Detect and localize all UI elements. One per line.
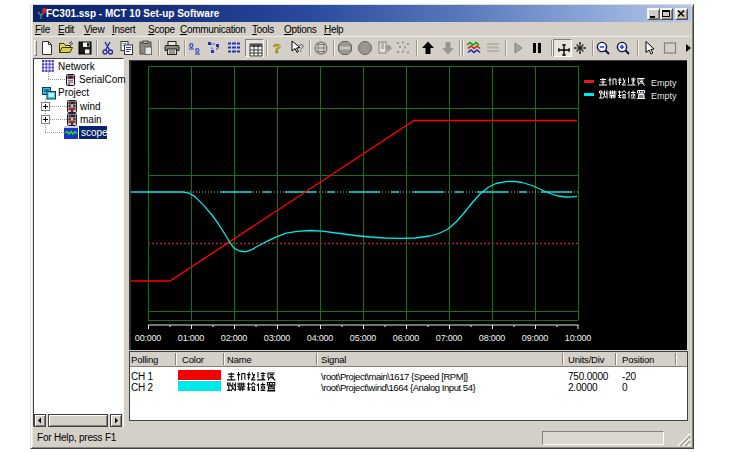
svg-text:08:000: 08:000: [479, 333, 506, 343]
svg-text:01:000: 01:000: [178, 333, 205, 343]
svg-text:07:000: 07:000: [436, 333, 463, 343]
svg-text:00:000: 00:000: [135, 333, 162, 343]
svg-text:05:000: 05:000: [350, 333, 377, 343]
svg-text:04:000: 04:000: [307, 333, 334, 343]
svg-text:03:000: 03:000: [264, 333, 291, 343]
svg-text:10:000: 10:000: [565, 333, 592, 343]
svg-text:?: ?: [273, 41, 281, 56]
svg-text:Empty: Empty: [651, 91, 677, 101]
svg-text:06:000: 06:000: [393, 333, 420, 343]
svg-text:02:000: 02:000: [221, 333, 248, 343]
svg-text:09:000: 09:000: [522, 333, 549, 343]
svg-text:?: ?: [298, 43, 304, 54]
svg-text:Empty: Empty: [651, 78, 677, 88]
